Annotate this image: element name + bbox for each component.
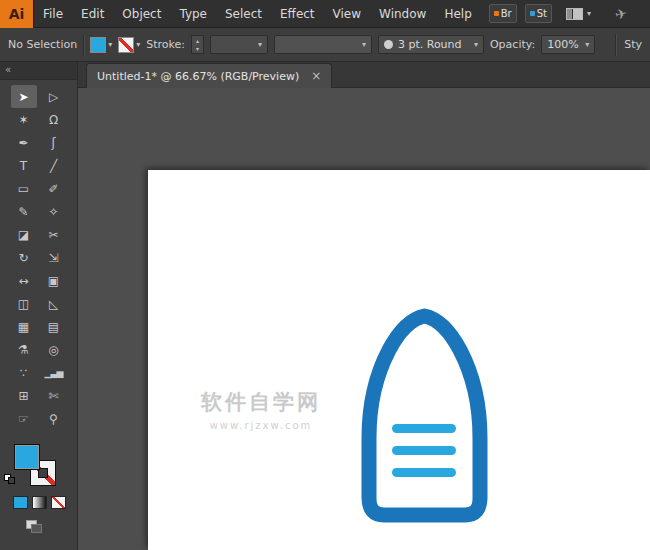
scale-tool[interactable]: ⇲	[41, 246, 67, 269]
type-tool[interactable]: T	[11, 154, 37, 177]
stroke-caret-icon[interactable]: ▾	[136, 41, 140, 49]
document-tab-bar: Untitled-1* @ 66.67% (RGB/Preview) ×	[78, 62, 650, 88]
stroke-label: Stroke:	[146, 38, 185, 51]
zoom-tool[interactable]: ⚲	[41, 407, 67, 430]
width-tool[interactable]: ↔	[11, 269, 37, 292]
artboard-tool[interactable]: ⊞	[11, 384, 37, 407]
menu-bar: Ai File Edit Object Type Select Effect V…	[0, 0, 650, 28]
brush-preset-dropdown[interactable]: 3 pt. Round ▾	[378, 35, 484, 54]
stroke-weight-stepper[interactable]: ▴ ▾	[191, 35, 204, 54]
menu-item-object[interactable]: Object	[113, 0, 170, 28]
artboard[interactable]: 软件自学网 www.rjzxw.com	[148, 170, 650, 550]
menu-item-edit[interactable]: Edit	[72, 0, 113, 28]
stepper-down-icon[interactable]: ▾	[196, 45, 199, 52]
tools-collapse-button[interactable]: «	[0, 62, 77, 80]
chevron-down-icon: ▾	[587, 10, 591, 18]
pencil-tool[interactable]: ✎	[11, 200, 37, 223]
direct-selection-tool[interactable]: ▷	[41, 85, 67, 108]
opacity-label: Opacity:	[490, 38, 535, 51]
blend-tool[interactable]: ◎	[41, 338, 67, 361]
stock-chip-icon	[530, 11, 535, 16]
fill-caret-icon[interactable]: ▾	[108, 41, 112, 49]
paintbrush-tool[interactable]: ✐	[41, 177, 67, 200]
opacity-dropdown[interactable]: 100% ▾	[541, 35, 595, 54]
document-tab[interactable]: Untitled-1* @ 66.67% (RGB/Preview) ×	[86, 63, 332, 88]
symbol-sprayer-tool[interactable]: ∵	[11, 361, 37, 384]
slice-tool[interactable]: ✄	[41, 384, 67, 407]
share-icon[interactable]: ✈	[613, 4, 628, 22]
selection-status: No Selection	[8, 38, 77, 51]
watermark-line2: www.rjzxw.com	[176, 420, 346, 431]
document-tab-title: Untitled-1* @ 66.67% (RGB/Preview)	[97, 70, 299, 83]
width-profile-dropdown[interactable]: ▾	[274, 35, 372, 54]
stepper-up-icon[interactable]: ▴	[196, 37, 199, 44]
hand-tool[interactable]: ☞	[11, 407, 37, 430]
stroke-color-swatch[interactable]	[118, 37, 134, 53]
workspace-grid-icon	[566, 8, 583, 20]
app-logo: Ai	[0, 0, 34, 28]
brush-preset-value: 3 pt. Round	[398, 38, 462, 51]
opacity-caret-icon: ▾	[585, 41, 589, 49]
stock-button[interactable]: St	[525, 4, 552, 23]
workspace-switcher-button[interactable]: ▾	[566, 8, 591, 20]
rectangle-tool[interactable]: ▭	[11, 177, 37, 200]
menu-item-effect[interactable]: Effect	[271, 0, 324, 28]
perspective-grid-tool[interactable]: ◺	[41, 292, 67, 315]
style-label-truncated: Sty	[624, 38, 642, 51]
selection-tool[interactable]: ➤	[11, 85, 37, 108]
pen-tool[interactable]: ✒	[11, 131, 37, 154]
fill-color-swatch[interactable]	[90, 37, 106, 53]
magic-wand-tool[interactable]: ✶	[11, 108, 37, 131]
rotate-tool[interactable]: ↻	[11, 246, 37, 269]
separator	[615, 34, 616, 56]
menu-item-type[interactable]: Type	[170, 0, 216, 28]
free-transform-tool[interactable]: ▣	[41, 269, 67, 292]
scissors-tool[interactable]: ✂	[41, 223, 67, 246]
shape-stripe-3[interactable]	[392, 468, 456, 477]
paint-mode-buttons	[13, 496, 66, 509]
eyedropper-tool[interactable]: ⚗	[11, 338, 37, 361]
draw-mode-icon[interactable]	[26, 520, 42, 533]
stroke-weight-dropdown[interactable]: ▾	[210, 35, 268, 54]
shape-stripe-2[interactable]	[392, 446, 456, 455]
shaper-tool[interactable]: ✧	[41, 200, 67, 223]
lasso-tool[interactable]: Ω	[41, 108, 67, 131]
gradient-mode-button[interactable]	[32, 496, 47, 509]
separator	[83, 34, 84, 56]
column-graph-tool[interactable]: ▁▃▅	[41, 361, 67, 384]
fill-color-control[interactable]: ▾	[90, 37, 112, 53]
shape-builder-tool[interactable]: ◫	[11, 292, 37, 315]
stroke-color-control[interactable]: ▾	[118, 37, 140, 53]
shape-outline[interactable]	[369, 316, 480, 515]
bridge-button-label: Br	[501, 8, 512, 19]
width-profile-caret-icon: ▾	[362, 41, 366, 49]
bridge-chip-icon	[494, 11, 499, 16]
tab-close-icon[interactable]: ×	[311, 69, 321, 83]
control-bar: No Selection ▾ ▾ Stroke: ▴ ▾ ▾ ▾ 3 pt. R…	[0, 28, 650, 62]
canvas-area[interactable]: 软件自学网 www.rjzxw.com	[78, 88, 650, 550]
bridge-button[interactable]: Br	[489, 4, 517, 23]
drawn-shape[interactable]	[352, 288, 497, 523]
menu-item-help[interactable]: Help	[435, 0, 480, 28]
curvature-tool[interactable]: ʃ	[41, 131, 67, 154]
gradient-tool[interactable]: ▤	[41, 315, 67, 338]
menu-item-file[interactable]: File	[34, 0, 72, 28]
none-mode-button[interactable]	[51, 496, 66, 509]
line-tool[interactable]: ╱	[41, 154, 67, 177]
brush-caret-icon: ▾	[474, 41, 478, 49]
menu-item-select[interactable]: Select	[216, 0, 271, 28]
menu-item-view[interactable]: View	[324, 0, 370, 28]
watermark: 软件自学网 www.rjzxw.com	[176, 388, 346, 431]
opacity-value: 100%	[547, 38, 578, 51]
stroke-weight-caret-icon: ▾	[258, 41, 262, 49]
tools-grid: ➤ ▷ ✶ Ω ✒ ʃ T ╱ ▭ ✐ ✎ ✧ ◪ ✂ ↻ ⇲ ↔ ▣ ◫ ◺ …	[0, 85, 77, 430]
fill-swatch[interactable]	[14, 444, 40, 470]
shape-stripe-1[interactable]	[392, 424, 456, 433]
menu-item-window[interactable]: Window	[370, 0, 435, 28]
watermark-line1: 软件自学网	[176, 388, 346, 416]
mesh-tool[interactable]: ▦	[11, 315, 37, 338]
eraser-tool[interactable]: ◪	[11, 223, 37, 246]
brush-dot-icon	[384, 40, 393, 49]
default-fill-stroke-icon[interactable]	[4, 474, 15, 484]
color-mode-button[interactable]	[13, 496, 28, 509]
